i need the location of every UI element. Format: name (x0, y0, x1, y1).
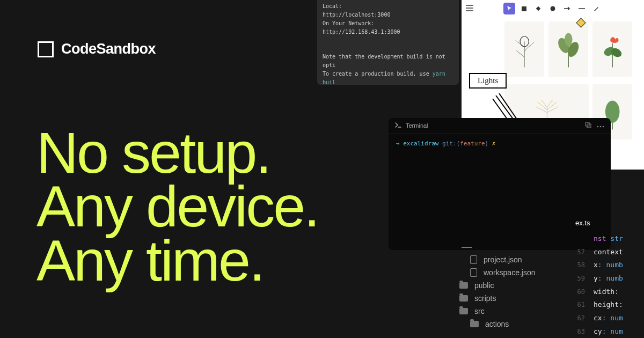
window-copy-icon[interactable] (585, 122, 591, 129)
tool-pointer[interactable] (503, 3, 515, 14)
code-editor: ex.ts nst str 57 context 58 x: numb 59 y… (575, 214, 644, 338)
plant-card-1[interactable] (504, 21, 544, 77)
hero-line-3: Any time. (36, 234, 318, 288)
code-line: 57 context (575, 246, 644, 259)
terminal-title: Terminal (406, 122, 428, 129)
build-note-1: Note that the development build is not o… (323, 53, 453, 70)
brand-name: CodeSandbox (61, 41, 156, 57)
tree-label: workspace.json (484, 268, 536, 277)
tree-folder-public[interactable]: public (455, 279, 572, 292)
lights-annotation[interactable]: Lights (469, 73, 507, 89)
tree-folder-actions[interactable]: actions (455, 318, 572, 330)
folder-icon (459, 282, 468, 289)
plant-card-3[interactable] (592, 21, 632, 77)
code-line: 63 cy: num (575, 325, 644, 338)
logo-square-icon (38, 41, 54, 57)
terminal-titlebar: Terminal (389, 118, 611, 134)
hero-line-2: Any device. (36, 180, 318, 233)
svg-point-20 (603, 126, 604, 128)
tool-circle[interactable] (547, 3, 559, 14)
tool-square[interactable] (518, 3, 530, 14)
prompt-branch: feature (460, 140, 485, 147)
line-num: 58 (575, 259, 585, 271)
line-num: 59 (575, 273, 585, 285)
network-url: http://192.168.43.1:3000 (323, 29, 400, 35)
file-icon (470, 268, 477, 277)
prompt-git-close: ) (485, 140, 489, 147)
tree-divider (462, 247, 472, 248)
tree-label: project.json (484, 255, 522, 264)
svg-point-18 (597, 126, 599, 128)
tree-label: public (474, 281, 494, 290)
code-line: 58 x: numb (575, 259, 644, 272)
line-num: 60 (575, 286, 585, 298)
svg-point-19 (600, 126, 602, 128)
svg-rect-0 (522, 6, 526, 11)
tool-line[interactable] (576, 3, 588, 14)
code-line: 59 y: numb (575, 272, 644, 285)
tool-draw[interactable] (590, 3, 602, 14)
prompt-dir: excalidraw (403, 140, 438, 147)
build-note-2: To create a production build, use (323, 71, 433, 77)
folder-icon (459, 308, 468, 314)
line-num: 57 (575, 246, 585, 259)
code-line: 61 height: (575, 298, 644, 312)
folder-icon (470, 321, 479, 327)
local-url: http://localhost:3000 (323, 12, 390, 18)
file-icon (470, 255, 477, 264)
line-num: 62 (575, 312, 585, 325)
file-tree: project.json workspace.json public scrip… (455, 247, 572, 330)
editor-tab[interactable]: ex.ts (575, 214, 644, 232)
tree-folder-src[interactable]: src (455, 305, 572, 318)
svg-point-9 (536, 106, 538, 108)
svg-point-10 (556, 106, 558, 108)
code-line: 60 width: (575, 285, 644, 299)
plant-card-2[interactable] (548, 21, 588, 77)
tool-diamond[interactable] (532, 3, 544, 14)
folder-icon (459, 295, 468, 302)
more-icon[interactable] (597, 122, 604, 129)
prompt-arrow: → (396, 140, 400, 147)
svg-point-6 (565, 33, 573, 46)
svg-point-11 (537, 102, 539, 104)
line-num: 61 (575, 299, 585, 311)
tree-file-workspace[interactable]: workspace.json (455, 266, 572, 279)
local-label: Local: (323, 2, 387, 11)
prompt-dirty-icon: ✗ (492, 140, 496, 147)
tool-arrow[interactable] (561, 3, 573, 14)
tree-folder-scripts[interactable]: scripts (455, 292, 572, 305)
hero-headline: No setup. Any device. Any time. (36, 126, 318, 288)
line-num: 63 (575, 326, 585, 338)
svg-point-12 (554, 102, 557, 104)
network-label: On Your Network: (323, 19, 387, 28)
dev-server-terminal: Local: http://localhost:3000 On Your Net… (317, 0, 459, 85)
brand-logo: CodeSandbox (38, 41, 156, 57)
tree-label: actions (485, 320, 509, 328)
hero-line-1: No setup. (36, 126, 318, 180)
svg-point-13 (541, 99, 543, 101)
svg-point-14 (551, 99, 553, 101)
code-line: 62 cx: num (575, 312, 644, 325)
svg-rect-1 (536, 6, 540, 11)
code-line: nst str (575, 232, 644, 246)
terminal-body[interactable]: → excalidraw git:(feature) ✗ (389, 134, 611, 153)
svg-point-2 (551, 6, 555, 11)
prompt-git-open: git:( (442, 140, 460, 147)
tree-label: src (474, 307, 485, 315)
tree-label: scripts (474, 294, 496, 303)
terminal-prompt-icon (395, 122, 401, 129)
tree-file-project[interactable]: project.json (455, 253, 572, 266)
